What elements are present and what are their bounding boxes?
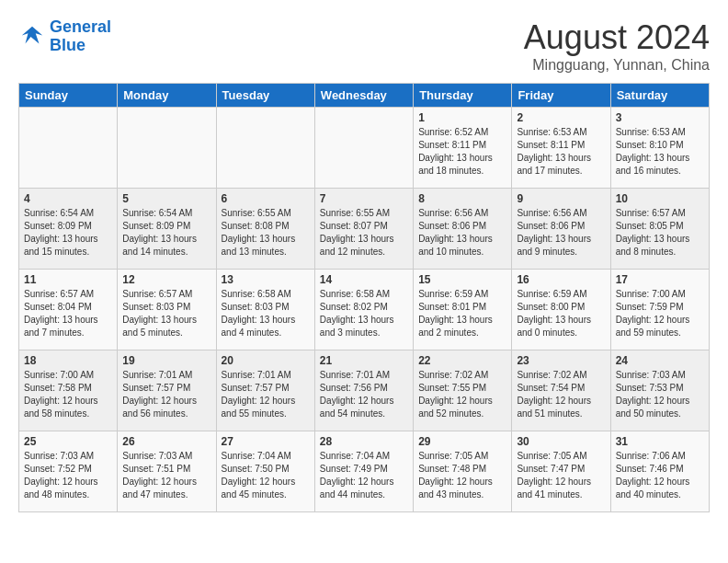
day-number: 23: [517, 354, 605, 367]
day-info: Sunrise: 7:03 AM Sunset: 7:53 PM Dayligh…: [616, 369, 704, 420]
calendar-week-4: 18Sunrise: 7:00 AM Sunset: 7:58 PM Dayli…: [19, 350, 710, 431]
day-number: 27: [222, 435, 310, 448]
day-info: Sunrise: 6:57 AM Sunset: 8:04 PM Dayligh…: [24, 288, 112, 339]
day-info: Sunrise: 6:54 AM Sunset: 8:09 PM Dayligh…: [122, 207, 210, 259]
calendar-week-1: 1Sunrise: 6:52 AM Sunset: 8:11 PM Daylig…: [19, 108, 710, 189]
calendar-cell: [216, 108, 314, 189]
day-number: 10: [616, 192, 704, 205]
calendar-cell: 16Sunrise: 6:59 AM Sunset: 8:00 PM Dayli…: [512, 270, 610, 350]
day-number: 4: [24, 192, 112, 205]
calendar-cell: 23Sunrise: 7:02 AM Sunset: 7:54 PM Dayli…: [512, 350, 610, 431]
calendar-cell: 13Sunrise: 6:58 AM Sunset: 8:03 PM Dayli…: [216, 270, 314, 350]
calendar-cell: 4Sunrise: 6:54 AM Sunset: 8:09 PM Daylig…: [19, 189, 118, 270]
day-number: 31: [616, 435, 704, 448]
calendar-cell: 6Sunrise: 6:55 AM Sunset: 8:08 PM Daylig…: [216, 189, 314, 270]
day-info: Sunrise: 7:01 AM Sunset: 7:57 PM Dayligh…: [122, 369, 210, 420]
day-number: 8: [418, 192, 506, 205]
page-header: General Blue August 2024 Mingguang, Yunn…: [18, 18, 710, 74]
day-number: 13: [222, 273, 310, 286]
calendar-cell: 11Sunrise: 6:57 AM Sunset: 8:04 PM Dayli…: [19, 270, 118, 350]
day-info: Sunrise: 6:59 AM Sunset: 8:00 PM Dayligh…: [517, 288, 605, 339]
day-info: Sunrise: 6:54 AM Sunset: 8:09 PM Dayligh…: [24, 207, 112, 259]
day-number: 7: [320, 192, 408, 205]
day-number: 3: [616, 111, 704, 124]
logo: General Blue: [18, 18, 111, 55]
day-info: Sunrise: 7:04 AM Sunset: 7:50 PM Dayligh…: [222, 450, 310, 501]
header-monday: Monday: [118, 84, 216, 108]
day-number: 24: [616, 354, 704, 367]
day-info: Sunrise: 7:01 AM Sunset: 7:56 PM Dayligh…: [320, 369, 408, 420]
calendar-cell: 8Sunrise: 6:56 AM Sunset: 8:06 PM Daylig…: [414, 189, 512, 270]
calendar-cell: 29Sunrise: 7:05 AM Sunset: 7:48 PM Dayli…: [414, 431, 512, 512]
calendar-cell: [19, 108, 118, 189]
calendar-cell: 19Sunrise: 7:01 AM Sunset: 7:57 PM Dayli…: [118, 350, 216, 431]
calendar-header-row: SundayMondayTuesdayWednesdayThursdayFrid…: [19, 84, 710, 108]
calendar-cell: 17Sunrise: 7:00 AM Sunset: 7:59 PM Dayli…: [610, 270, 709, 350]
day-info: Sunrise: 6:58 AM Sunset: 8:03 PM Dayligh…: [222, 288, 310, 339]
header-tuesday: Tuesday: [216, 84, 314, 108]
day-number: 22: [418, 354, 506, 367]
day-info: Sunrise: 6:58 AM Sunset: 8:02 PM Dayligh…: [320, 288, 408, 339]
calendar-cell: 26Sunrise: 7:03 AM Sunset: 7:51 PM Dayli…: [118, 431, 216, 512]
day-number: 12: [122, 273, 210, 286]
day-number: 29: [418, 435, 506, 448]
day-number: 30: [517, 435, 605, 448]
day-info: Sunrise: 7:03 AM Sunset: 7:51 PM Dayligh…: [122, 450, 210, 501]
calendar-cell: 20Sunrise: 7:01 AM Sunset: 7:57 PM Dayli…: [216, 350, 314, 431]
day-number: 15: [418, 273, 506, 286]
day-info: Sunrise: 6:57 AM Sunset: 8:03 PM Dayligh…: [122, 288, 210, 339]
calendar-cell: 14Sunrise: 6:58 AM Sunset: 8:02 PM Dayli…: [314, 270, 413, 350]
day-info: Sunrise: 7:00 AM Sunset: 7:58 PM Dayligh…: [24, 369, 112, 420]
calendar-cell: 12Sunrise: 6:57 AM Sunset: 8:03 PM Dayli…: [118, 270, 216, 350]
day-info: Sunrise: 6:55 AM Sunset: 8:07 PM Dayligh…: [320, 207, 408, 259]
calendar-cell: 1Sunrise: 6:52 AM Sunset: 8:11 PM Daylig…: [414, 108, 512, 189]
calendar-cell: 9Sunrise: 6:56 AM Sunset: 8:06 PM Daylig…: [512, 189, 610, 270]
day-number: 2: [517, 111, 605, 124]
header-saturday: Saturday: [610, 84, 709, 108]
day-info: Sunrise: 7:05 AM Sunset: 7:48 PM Dayligh…: [418, 450, 506, 501]
header-thursday: Thursday: [414, 84, 512, 108]
calendar-cell: 24Sunrise: 7:03 AM Sunset: 7:53 PM Dayli…: [610, 350, 709, 431]
day-info: Sunrise: 6:56 AM Sunset: 8:06 PM Dayligh…: [517, 207, 605, 259]
day-number: 11: [24, 273, 112, 286]
calendar-table: SundayMondayTuesdayWednesdayThursdayFrid…: [18, 83, 710, 512]
calendar-week-3: 11Sunrise: 6:57 AM Sunset: 8:04 PM Dayli…: [19, 270, 710, 350]
location: Mingguang, Yunnan, China: [524, 57, 710, 74]
header-friday: Friday: [512, 84, 610, 108]
day-info: Sunrise: 7:01 AM Sunset: 7:57 PM Dayligh…: [222, 369, 310, 420]
calendar-cell: 21Sunrise: 7:01 AM Sunset: 7:56 PM Dayli…: [314, 350, 413, 431]
calendar-cell: 31Sunrise: 7:06 AM Sunset: 7:46 PM Dayli…: [610, 431, 709, 512]
header-sunday: Sunday: [19, 84, 118, 108]
day-number: 26: [122, 435, 210, 448]
day-number: 5: [122, 192, 210, 205]
day-number: 6: [222, 192, 310, 205]
calendar-cell: 2Sunrise: 6:53 AM Sunset: 8:11 PM Daylig…: [512, 108, 610, 189]
calendar-week-2: 4Sunrise: 6:54 AM Sunset: 8:09 PM Daylig…: [19, 189, 710, 270]
calendar-cell: 3Sunrise: 6:53 AM Sunset: 8:10 PM Daylig…: [610, 108, 709, 189]
svg-marker-0: [22, 27, 43, 44]
logo-icon: [18, 23, 46, 51]
day-info: Sunrise: 6:53 AM Sunset: 8:10 PM Dayligh…: [616, 126, 704, 178]
day-info: Sunrise: 6:52 AM Sunset: 8:11 PM Dayligh…: [418, 126, 506, 178]
calendar-week-5: 25Sunrise: 7:03 AM Sunset: 7:52 PM Dayli…: [19, 431, 710, 512]
calendar-cell: 18Sunrise: 7:00 AM Sunset: 7:58 PM Dayli…: [19, 350, 118, 431]
day-info: Sunrise: 6:55 AM Sunset: 8:08 PM Dayligh…: [222, 207, 310, 259]
calendar-cell: 7Sunrise: 6:55 AM Sunset: 8:07 PM Daylig…: [314, 189, 413, 270]
calendar-cell: 22Sunrise: 7:02 AM Sunset: 7:55 PM Dayli…: [414, 350, 512, 431]
day-number: 25: [24, 435, 112, 448]
calendar-cell: 28Sunrise: 7:04 AM Sunset: 7:49 PM Dayli…: [314, 431, 413, 512]
day-number: 28: [320, 435, 408, 448]
title-block: August 2024 Mingguang, Yunnan, China: [524, 18, 710, 74]
day-number: 19: [122, 354, 210, 367]
day-info: Sunrise: 7:06 AM Sunset: 7:46 PM Dayligh…: [616, 450, 704, 501]
calendar-cell: [118, 108, 216, 189]
day-number: 1: [418, 111, 506, 124]
day-info: Sunrise: 7:00 AM Sunset: 7:59 PM Dayligh…: [616, 288, 704, 339]
calendar-cell: 27Sunrise: 7:04 AM Sunset: 7:50 PM Dayli…: [216, 431, 314, 512]
day-info: Sunrise: 7:02 AM Sunset: 7:55 PM Dayligh…: [418, 369, 506, 420]
day-info: Sunrise: 6:53 AM Sunset: 8:11 PM Dayligh…: [517, 126, 605, 178]
day-info: Sunrise: 7:04 AM Sunset: 7:49 PM Dayligh…: [320, 450, 408, 501]
calendar-cell: 10Sunrise: 6:57 AM Sunset: 8:05 PM Dayli…: [610, 189, 709, 270]
header-wednesday: Wednesday: [314, 84, 413, 108]
day-number: 9: [517, 192, 605, 205]
